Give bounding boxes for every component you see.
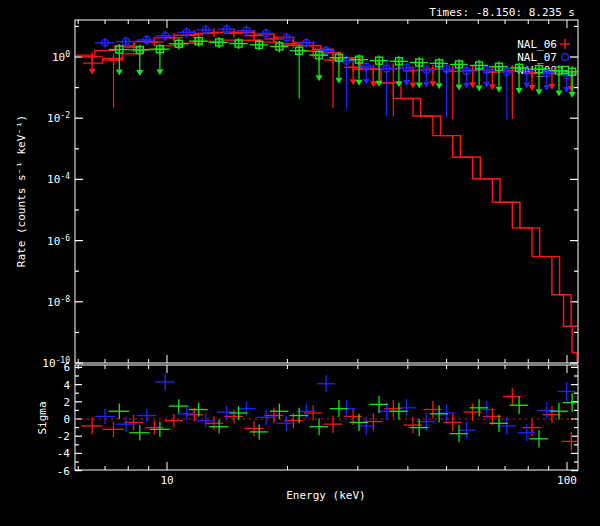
series-nal_06 — [81, 28, 580, 119]
sigma-tick-label: -4 — [57, 447, 71, 460]
sigma-series-nal_07 — [95, 373, 576, 441]
times-title: Times: -8.150: 8.235 s — [429, 6, 575, 19]
y-tick-label: 10-8 — [47, 295, 70, 309]
legend-label-nal07: NAL_07 — [517, 51, 557, 64]
text-layer: Times: -8.150: 8.235 s NAL_06 NAL_07 NAL… — [15, 6, 575, 502]
y-axis-label-rate: Rate (counts s⁻¹ keV⁻¹) — [15, 115, 28, 267]
model-line — [75, 32, 578, 363]
sigma-tick-label: 0 — [63, 413, 70, 426]
plot-window: Times: -8.150: 8.235 s NAL_06 NAL_07 NAL… — [0, 0, 600, 526]
series-nal_07 — [95, 24, 576, 120]
spectrum-plot: Times: -8.150: 8.235 s NAL_06 NAL_07 NAL… — [0, 0, 600, 526]
sigma-series-nal_06 — [81, 388, 580, 451]
circle-icon — [562, 54, 569, 61]
y-tick-label: 10-6 — [47, 234, 70, 248]
sigma-tick-label: 2 — [63, 396, 70, 409]
legend-label-nal06: NAL_06 — [517, 38, 557, 51]
y-axis-label-sigma: Sigma — [36, 401, 49, 434]
y-tick-label: 10-4 — [47, 172, 70, 186]
plot-graphics-layer: 10010-210-410-610-810-106420-2-4-610100 — [42, 20, 581, 487]
sigma-tick-label: 4 — [63, 379, 70, 392]
y-tick-label: 10-2 — [47, 111, 70, 125]
legend-symbols — [560, 39, 570, 74]
sigma-tick-label: -2 — [57, 430, 70, 443]
x-axis-label-energy: Energy (keV) — [286, 489, 365, 502]
x-tick-label: 10 — [160, 474, 173, 487]
y-tick-label: 100 — [52, 50, 70, 64]
sigma-tick-label: -6 — [57, 465, 70, 478]
sigma-tick-label: 6 — [63, 361, 70, 374]
x-tick-label: 100 — [557, 474, 577, 487]
